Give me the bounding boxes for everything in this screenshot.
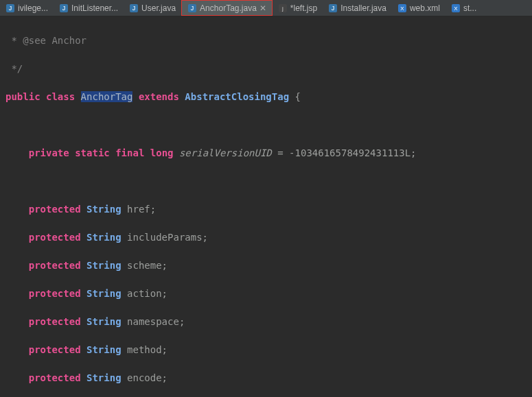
kw-class: class xyxy=(46,91,75,102)
svg-text:J: J xyxy=(62,5,66,12)
tab-label: st... xyxy=(463,3,476,13)
tab-leftjsp[interactable]: j *left.jsp xyxy=(273,0,323,16)
kw-protected: protected xyxy=(29,204,81,215)
kw-protected: protected xyxy=(29,288,81,299)
kw-protected: protected xyxy=(29,232,81,243)
super-class: AbstractClosingTag xyxy=(185,91,289,102)
selection: AnchorTag xyxy=(81,91,133,102)
type-string: String xyxy=(86,204,122,215)
svg-text:J: J xyxy=(9,5,12,12)
field-action: action xyxy=(127,288,162,299)
svu-value: -1034616578492431113L xyxy=(289,147,410,158)
svg-text:j: j xyxy=(281,5,284,12)
kw-long: long xyxy=(150,147,174,158)
tab-anchortag[interactable]: J AnchorTag.java ✕ xyxy=(181,0,273,16)
type-string: String xyxy=(86,372,122,383)
xml-icon: X xyxy=(451,3,461,13)
kw-protected: protected xyxy=(29,316,81,327)
type-string: String xyxy=(86,288,122,299)
tab-initlistener[interactable]: J InitListener... xyxy=(54,0,124,16)
java-icon: J xyxy=(5,3,15,13)
svg-text:J: J xyxy=(191,5,194,12)
tab-label: User.java xyxy=(141,3,176,13)
field-includeparams: includeParams xyxy=(127,232,203,243)
type-string: String xyxy=(86,316,122,327)
type-string: String xyxy=(86,344,122,355)
kw-public: public xyxy=(5,91,41,102)
kw-static: static xyxy=(75,147,110,158)
code-editor[interactable]: * @see Anchor */ public class AnchorTag … xyxy=(0,16,532,397)
kw-extends: extends xyxy=(139,91,179,102)
kw-protected: protected xyxy=(29,344,81,355)
tab-label: InitListener... xyxy=(71,3,118,13)
field-encode: encode xyxy=(127,372,162,383)
tab-label: AnchorTag.java xyxy=(200,3,257,13)
svg-text:J: J xyxy=(132,5,136,12)
java-icon: J xyxy=(129,3,139,13)
java-icon: J xyxy=(187,3,197,13)
java-icon: J xyxy=(328,3,338,13)
svg-text:J: J xyxy=(332,5,335,12)
xml-icon: X xyxy=(397,3,407,13)
tab-label: ivilege... xyxy=(18,3,48,13)
field-serialversionuid: serialVersionUID xyxy=(179,147,272,158)
type-string: String xyxy=(86,260,122,271)
class-name: AnchorTag xyxy=(81,91,133,102)
field-href: href xyxy=(127,204,150,215)
field-scheme: scheme xyxy=(127,260,162,271)
kw-protected: protected xyxy=(29,260,81,271)
kw-private: private xyxy=(29,147,69,158)
tab-label: *left.jsp xyxy=(290,3,317,13)
tab-label: Installer.java xyxy=(340,3,386,13)
svg-text:X: X xyxy=(454,5,458,12)
tab-st[interactable]: X st... xyxy=(446,0,482,16)
java-icon: J xyxy=(59,3,69,13)
editor-tabs: J ivilege... J InitListener... J User.ja… xyxy=(0,0,532,16)
field-namespace: namespace xyxy=(127,316,179,327)
field-method: method xyxy=(127,344,162,355)
javadoc: * @see Anchor xyxy=(5,35,86,46)
tab-installer[interactable]: J Installer.java xyxy=(323,0,392,16)
javadoc-end: */ xyxy=(5,63,23,74)
close-icon[interactable]: ✕ xyxy=(259,5,266,12)
type-string: String xyxy=(86,232,122,243)
kw-protected: protected xyxy=(29,372,81,383)
jsp-icon: j xyxy=(278,3,288,13)
svg-text:X: X xyxy=(400,5,404,12)
kw-final: final xyxy=(115,147,144,158)
tab-label: web.xml xyxy=(410,3,440,13)
tab-webxml[interactable]: X web.xml xyxy=(392,0,446,16)
tab-ivilege[interactable]: J ivilege... xyxy=(0,0,54,16)
tab-user[interactable]: J User.java xyxy=(124,0,181,16)
